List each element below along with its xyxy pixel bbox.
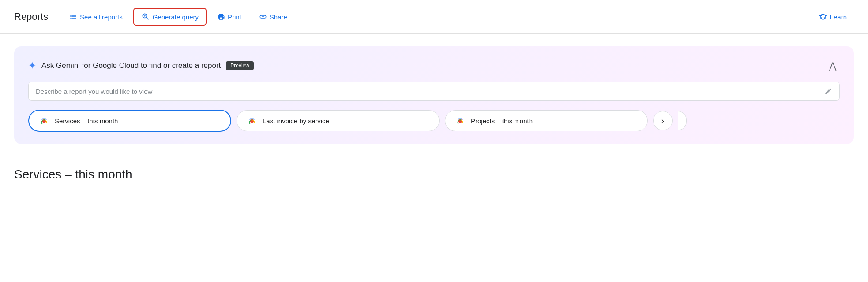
page-title: Reports <box>14 11 48 22</box>
next-icon: › <box>661 116 664 126</box>
print-button[interactable]: Print <box>210 9 248 24</box>
quick-action-invoice-label: Last invoice by service <box>263 117 329 125</box>
preview-badge: Preview <box>226 61 254 70</box>
gemini-panel: ✦ Ask Gemini for Google Cloud to find or… <box>14 46 854 144</box>
toolbar-actions: See all reports Generate query Print Sha… <box>62 8 812 26</box>
print-icon <box>217 13 225 21</box>
gemini-input-area[interactable] <box>28 82 840 101</box>
generate-query-button[interactable]: Generate query <box>133 8 207 26</box>
quick-action-projects-this-month[interactable]: Projects – this month <box>445 110 648 131</box>
print-label: Print <box>228 13 241 21</box>
list-icon <box>69 13 77 21</box>
section-title: Services – this month <box>0 153 868 182</box>
gemini-title-row: ✦ Ask Gemini for Google Cloud to find or… <box>28 60 254 71</box>
partial-next-hint <box>678 111 687 130</box>
learn-label: Learn <box>830 13 847 21</box>
gcloud-logo-2 <box>246 116 258 126</box>
quick-action-projects-label: Projects – this month <box>471 117 533 125</box>
generate-query-label: Generate query <box>153 13 199 21</box>
see-all-reports-label: See all reports <box>80 13 123 21</box>
next-button[interactable]: › <box>653 111 673 130</box>
quick-action-last-invoice[interactable]: Last invoice by service <box>237 110 440 131</box>
edit-icon <box>824 87 832 95</box>
quick-action-services-label: Services – this month <box>55 117 118 125</box>
query-icon <box>141 12 150 21</box>
sparkle-icon: ✦ <box>28 60 36 71</box>
share-icon <box>259 13 267 21</box>
see-all-reports-button[interactable]: See all reports <box>62 9 130 24</box>
gcloud-logo-1 <box>38 116 50 126</box>
quick-action-services-this-month[interactable]: Services – this month <box>28 110 231 132</box>
collapse-button[interactable]: ⋀ <box>826 59 840 73</box>
gemini-panel-header: ✦ Ask Gemini for Google Cloud to find or… <box>28 59 840 73</box>
gemini-panel-title: Ask Gemini for Google Cloud to find or c… <box>41 61 221 70</box>
gemini-search-input[interactable] <box>36 88 824 95</box>
gcloud-logo-3 <box>454 116 466 126</box>
toolbar: Reports See all reports Generate query P… <box>0 0 868 34</box>
quick-actions: Services – this month Last invoice by se… <box>28 110 840 132</box>
share-button[interactable]: Share <box>252 9 294 24</box>
share-label: Share <box>270 13 287 21</box>
learn-button[interactable]: Learn <box>812 9 854 25</box>
learn-icon <box>819 12 827 21</box>
